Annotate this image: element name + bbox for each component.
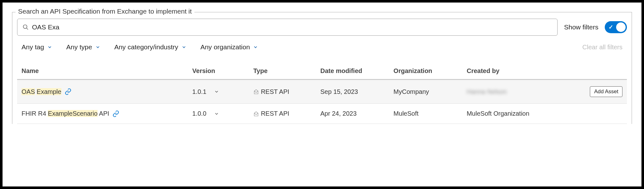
cell-name: OAS Example	[17, 80, 188, 104]
th-created-by: Created by	[462, 64, 572, 80]
name-cell-content: OAS Example	[22, 88, 183, 95]
results-table-wrapper: Name Version Type Date modified Organiza…	[17, 64, 627, 124]
clear-all-filters-link[interactable]: Clear all filters	[582, 44, 622, 51]
search-row: Show filters ✓	[17, 19, 627, 36]
th-version: Version	[188, 64, 249, 80]
api-type-icon	[253, 111, 259, 117]
version-dropdown[interactable]: 1.0.0	[192, 110, 244, 117]
table-header-row: Name Version Type Date modified Organiza…	[17, 64, 627, 80]
search-box[interactable]	[17, 19, 558, 36]
cell-action: Add Asset	[572, 80, 627, 104]
cell-created-by: Hanna Nelson	[462, 80, 572, 104]
name-highlight: ExampleScenario	[48, 110, 98, 117]
cell-type: REST API	[249, 80, 316, 104]
name-text: FHIR R4	[22, 110, 48, 117]
cell-name: FHIR R4 ExampleScenario API	[17, 104, 188, 124]
th-organization: Organization	[389, 64, 462, 80]
filter-type-dropdown[interactable]: Any type	[66, 43, 100, 51]
show-filters-label: Show filters	[564, 23, 598, 31]
chevron-down-icon	[214, 89, 219, 94]
filters-row: Any tag Any type Any category/industry A…	[17, 43, 627, 64]
table-row[interactable]: OAS Example1.0.1REST APISep 15, 2023MyCo…	[17, 80, 627, 104]
cell-action	[572, 104, 627, 124]
cell-version: 1.0.1	[188, 80, 249, 104]
table-row[interactable]: FHIR R4 ExampleScenario API1.0.0REST API…	[17, 104, 627, 124]
frame: Search an API Specification from Exchang…	[3, 3, 641, 186]
version-value: 1.0.1	[192, 88, 206, 95]
created-by-value: MuleSoft Organization	[467, 110, 529, 117]
cell-organization: MuleSoft	[389, 104, 462, 124]
name-highlight: OAS	[22, 88, 35, 95]
cell-version: 1.0.0	[188, 104, 249, 124]
chevron-down-icon	[95, 45, 100, 50]
cell-date-modified: Sep 15, 2023	[316, 80, 389, 104]
version-dropdown[interactable]: 1.0.1	[192, 88, 244, 95]
chevron-down-icon	[181, 45, 186, 50]
svg-point-0	[23, 25, 27, 29]
created-by-value: Hanna Nelson	[467, 88, 507, 95]
filter-type-label: Any type	[66, 43, 92, 51]
search-fieldset: Search an API Specification from Exchang…	[12, 12, 632, 124]
results-table: Name Version Type Date modified Organiza…	[17, 64, 627, 124]
type-value: REST API	[261, 110, 289, 117]
api-type-icon	[253, 89, 259, 95]
name-highlight: Example	[37, 88, 61, 95]
th-type: Type	[249, 64, 316, 80]
svg-line-1	[27, 28, 28, 30]
th-date-modified: Date modified	[316, 64, 389, 80]
filter-organization-dropdown[interactable]: Any organization	[200, 43, 258, 51]
check-icon: ✓	[609, 24, 613, 31]
name-text: API	[98, 110, 109, 117]
chevron-down-icon	[47, 45, 52, 50]
fieldset-legend: Search an API Specification from Exchang…	[16, 8, 194, 15]
filter-category-label: Any category/industry	[114, 43, 178, 51]
filter-category-dropdown[interactable]: Any category/industry	[114, 43, 186, 51]
link-icon[interactable]	[65, 88, 72, 95]
chevron-down-icon	[214, 111, 219, 116]
cell-date-modified: Apr 24, 2023	[316, 104, 389, 124]
th-action	[572, 64, 627, 80]
filter-tag-dropdown[interactable]: Any tag	[22, 43, 52, 51]
version-value: 1.0.0	[192, 110, 206, 117]
th-name: Name	[17, 64, 188, 80]
name-cell-content: FHIR R4 ExampleScenario API	[22, 110, 183, 117]
cell-organization: MyCompany	[389, 80, 462, 104]
filter-tag-label: Any tag	[22, 43, 44, 51]
cell-created-by: MuleSoft Organization	[462, 104, 572, 124]
cell-type: REST API	[249, 104, 316, 124]
toggle-knob	[616, 22, 626, 32]
show-filters-toggle[interactable]: ✓	[605, 21, 627, 33]
search-icon	[22, 24, 29, 30]
add-asset-button[interactable]: Add Asset	[590, 86, 622, 97]
asset-name: OAS Example	[22, 88, 61, 95]
asset-name: FHIR R4 ExampleScenario API	[22, 110, 109, 117]
chevron-down-icon	[253, 45, 258, 50]
link-icon[interactable]	[112, 110, 119, 117]
filter-organization-label: Any organization	[200, 43, 250, 51]
name-text	[35, 88, 37, 95]
type-value: REST API	[261, 88, 289, 95]
search-input[interactable]	[32, 23, 552, 31]
